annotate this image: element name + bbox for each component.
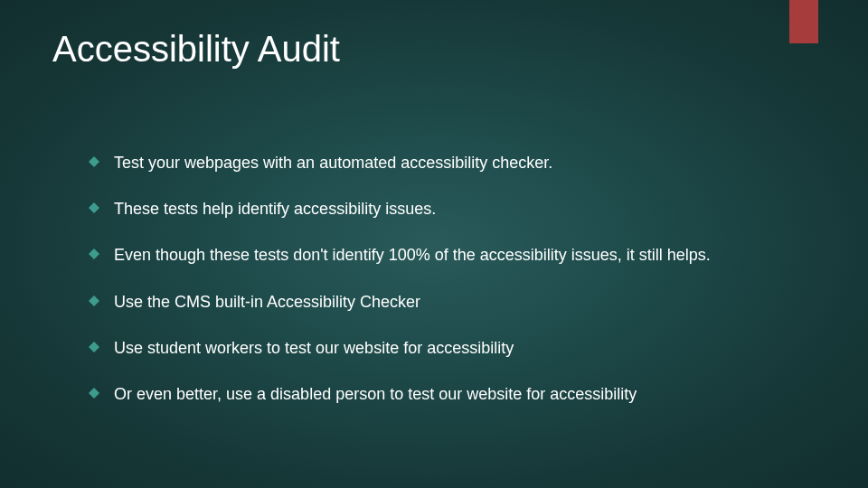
bullet-text: Use the CMS built-in Accessibility Check… xyxy=(114,291,787,314)
bullet-list: Test your webpages with an automated acc… xyxy=(89,152,787,429)
bullet-text: Use student workers to test our website … xyxy=(114,337,787,360)
svg-marker-3 xyxy=(89,296,99,306)
list-item: Even though these tests don't identify 1… xyxy=(89,244,787,267)
svg-marker-4 xyxy=(89,342,99,352)
svg-marker-0 xyxy=(89,156,99,167)
accent-bar xyxy=(789,0,818,43)
bullet-text: Or even better, use a disabled person to… xyxy=(114,383,787,406)
list-item: Test your webpages with an automated acc… xyxy=(89,152,787,174)
list-item: Use the CMS built-in Accessibility Check… xyxy=(89,291,787,314)
list-item: Or even better, use a disabled person to… xyxy=(89,383,787,406)
diamond-icon xyxy=(89,388,99,399)
list-item: Use student workers to test our website … xyxy=(89,337,787,360)
diamond-icon xyxy=(89,249,99,259)
diamond-icon xyxy=(89,202,99,213)
bullet-text: Even though these tests don't identify 1… xyxy=(114,244,787,267)
bullet-text: Test your webpages with an automated acc… xyxy=(114,152,787,174)
list-item: These tests help identify accessibility … xyxy=(89,198,787,221)
bullet-text: These tests help identify accessibility … xyxy=(114,198,787,221)
svg-marker-5 xyxy=(89,388,99,399)
svg-marker-1 xyxy=(89,202,99,213)
slide-title: Accessibility Audit xyxy=(52,29,340,70)
diamond-icon xyxy=(89,296,99,306)
diamond-icon xyxy=(89,156,99,167)
svg-marker-2 xyxy=(89,249,99,259)
diamond-icon xyxy=(89,342,99,352)
